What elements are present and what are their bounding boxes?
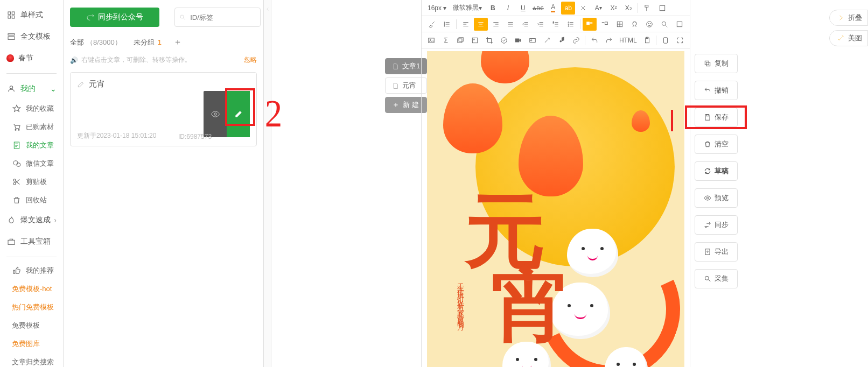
video-button[interactable] <box>512 34 525 47</box>
nav-mine[interactable]: 我的 ⌄ <box>0 78 63 100</box>
undo-button[interactable]: 撤销 <box>695 81 738 100</box>
btn-label: 撤销 <box>715 86 729 95</box>
insert-button[interactable] <box>655 2 669 15</box>
align-center-button[interactable] <box>474 18 488 31</box>
underline-button[interactable]: U <box>516 2 530 15</box>
nav-free-gallery[interactable]: 免费图库 <box>0 335 63 353</box>
save-button[interactable]: 保存 <box>695 108 738 127</box>
fullscreen-button[interactable] <box>673 34 687 47</box>
nav-hot-articles[interactable]: 爆文速成 › <box>0 209 63 231</box>
check-button[interactable] <box>497 34 510 47</box>
filter-unsorted-count: 1 <box>158 38 162 46</box>
svg-rect-80 <box>663 37 667 43</box>
svg-rect-3 <box>12 16 15 18</box>
line-height-button[interactable] <box>440 18 454 31</box>
align-right-button[interactable] <box>489 18 503 31</box>
preview-button[interactable] <box>659 34 672 47</box>
link-button[interactable] <box>569 34 583 47</box>
ul-button[interactable] <box>564 18 578 31</box>
nav-my-articles[interactable]: 我的文章 <box>0 136 63 154</box>
single-image-button[interactable] <box>468 34 482 47</box>
toolbar-row-1: 16px ▾ 微软雅黑▾ B I U ᴀʙᴄ A ab A▾ X² X₂ <box>422 0 690 16</box>
ol-button[interactable]: 1 <box>549 18 563 31</box>
nav-free-template-hot[interactable]: 免费模板-hot <box>0 280 63 298</box>
card-button[interactable] <box>526 34 540 47</box>
float-left-button[interactable] <box>583 18 597 31</box>
card-edit-button[interactable] <box>227 91 250 137</box>
code-button[interactable] <box>673 18 687 31</box>
nav-favorites[interactable]: 我的收藏 <box>0 100 63 118</box>
strike-button[interactable]: ᴀʙᴄ <box>531 2 545 15</box>
card-view-button[interactable] <box>204 91 227 137</box>
draft-button[interactable]: 草稿 <box>695 161 738 181</box>
undo-button[interactable] <box>587 34 601 47</box>
sync-button[interactable]: 同步到公众号 <box>70 8 159 27</box>
audio-button[interactable] <box>555 34 569 47</box>
paste-button[interactable] <box>641 34 654 47</box>
table-button[interactable] <box>613 18 627 31</box>
font-color-button[interactable]: A <box>546 2 560 15</box>
superscript-button[interactable]: X² <box>606 2 620 15</box>
subscript-button[interactable]: X₂ <box>621 2 635 15</box>
nav-toolbox[interactable]: 工具宝箱 <box>0 231 63 252</box>
italic-button[interactable]: I <box>501 2 515 15</box>
bold-button[interactable]: B <box>486 2 500 15</box>
nav-recycle[interactable]: 回收站 <box>0 191 63 209</box>
fold-button[interactable]: 折叠 <box>829 10 868 26</box>
format-a-button[interactable]: A▾ <box>591 2 605 15</box>
float-right-button[interactable] <box>598 18 612 31</box>
nav-single-style[interactable]: 单样式 <box>0 4 63 26</box>
bg-color-button[interactable]: ab <box>561 2 575 15</box>
emoji-button[interactable] <box>642 18 656 31</box>
nav-purchased[interactable]: 已购素材 <box>0 118 63 136</box>
svg-rect-57 <box>605 22 607 24</box>
nav-article-search[interactable]: 文章归类搜索 <box>0 353 63 367</box>
preview-button[interactable]: 预览 <box>695 188 738 208</box>
add-group-button[interactable]: ＋ <box>173 37 182 48</box>
eye-icon <box>211 109 220 119</box>
search-box[interactable] <box>174 8 261 27</box>
tip-ignore[interactable]: 忽略 <box>244 55 257 65</box>
beautify-button[interactable]: 美图 <box>829 30 868 46</box>
nav-festival[interactable]: 春节 <box>0 47 63 69</box>
clear-format-button[interactable] <box>576 2 590 15</box>
filter-unsorted[interactable]: 未分组 <box>134 38 155 47</box>
nav-wechat-articles[interactable]: 微信文章 <box>0 154 63 173</box>
lantern-graphic <box>632 110 650 132</box>
copy-format-button[interactable] <box>640 2 654 15</box>
font-family-select[interactable]: 微软雅黑▾ <box>450 2 485 15</box>
nav-hot-free-template[interactable]: 热门免费模板 <box>0 298 63 316</box>
formula-button[interactable]: Σ <box>439 34 453 47</box>
clear-button[interactable]: 清空 <box>695 135 738 154</box>
align-justify-button[interactable] <box>503 18 517 31</box>
search-input[interactable] <box>189 13 256 22</box>
nav-recommend[interactable]: 我的推荐 <box>0 262 63 280</box>
align-left-button[interactable] <box>459 18 473 31</box>
search-replace-button[interactable] <box>657 18 671 31</box>
export-button[interactable]: 导出 <box>695 242 738 262</box>
user-icon <box>6 84 16 94</box>
sync-icon <box>704 221 711 229</box>
collect-button[interactable]: 采集 <box>695 269 738 288</box>
indent-right-button[interactable] <box>534 18 548 31</box>
font-size-select[interactable]: 16px ▾ <box>425 2 449 15</box>
special-char-button[interactable]: Ω <box>628 18 642 31</box>
image-button[interactable] <box>425 34 438 47</box>
brush-button[interactable] <box>425 18 439 31</box>
collapse-gutter[interactable] <box>264 0 271 367</box>
svg-point-20 <box>214 113 216 116</box>
nav-full-template[interactable]: 全文模板 <box>0 26 63 47</box>
nav-clipboard[interactable]: 剪贴板 <box>0 173 63 191</box>
nav-free-template[interactable]: 免费模板 <box>0 316 63 335</box>
editor-canvas[interactable]: 元 宵 千年传承灯火新万家共赏最明月 <box>427 51 684 367</box>
sync-button[interactable]: 同步 <box>695 215 738 235</box>
magic-button[interactable] <box>541 34 554 47</box>
indent-left-button[interactable] <box>519 18 533 31</box>
crop-button[interactable] <box>482 34 496 47</box>
redo-button[interactable] <box>602 34 615 47</box>
html-button[interactable]: HTML <box>617 34 640 47</box>
copy-button[interactable]: 复制 <box>695 54 738 73</box>
article-card[interactable]: 元宵 更新于2023-01-18 15:01:20 ID:6987573 <box>70 72 257 146</box>
multi-image-button[interactable] <box>454 34 467 47</box>
filter-all[interactable]: 全部 <box>70 38 84 47</box>
